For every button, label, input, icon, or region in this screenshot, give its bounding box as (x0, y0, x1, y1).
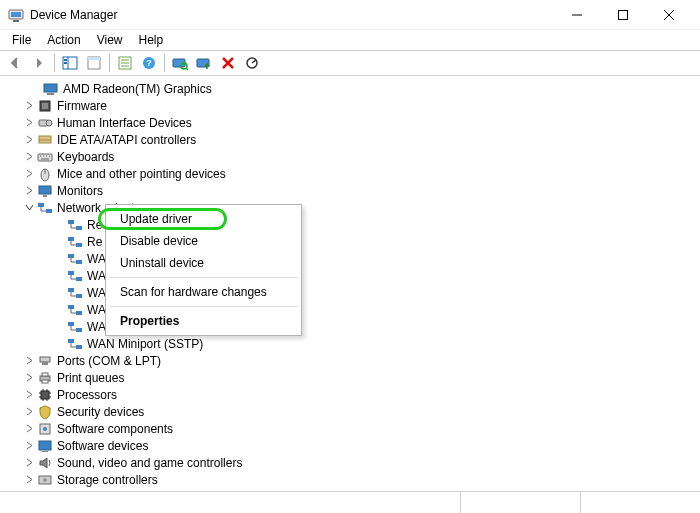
context-menu-disable-device[interactable]: Disable device (106, 230, 301, 252)
security-icon (37, 404, 53, 420)
tree-item-amd-graphics[interactable]: AMD Radeon(TM) Graphics (4, 80, 700, 97)
sound-icon (37, 455, 53, 471)
properties-button[interactable] (83, 52, 105, 74)
hid-icon (37, 115, 53, 131)
svg-rect-48 (68, 237, 74, 241)
chevron-right-icon[interactable] (22, 439, 36, 453)
help-button[interactable]: ? (138, 52, 160, 74)
menu-action[interactable]: Action (39, 31, 88, 49)
svg-rect-66 (42, 380, 48, 383)
tree-item-security-devices[interactable]: Security devices (4, 403, 700, 420)
printer-icon (37, 370, 53, 386)
tree-item-sound[interactable]: Sound, video and game controllers (4, 454, 700, 471)
forward-button[interactable] (28, 52, 50, 74)
scan-hardware-button[interactable] (169, 52, 191, 74)
tree-item-software-devices[interactable]: Software devices (4, 437, 700, 454)
chevron-right-icon[interactable] (22, 456, 36, 470)
tree-item-firmware[interactable]: Firmware (4, 97, 700, 114)
chevron-right-icon[interactable] (22, 184, 36, 198)
maximize-button[interactable] (600, 0, 646, 30)
tree-label: Security devices (57, 405, 144, 419)
tree-label: Re (87, 218, 102, 232)
network-adapter-icon (67, 285, 83, 301)
svg-rect-29 (42, 103, 48, 109)
window-title: Device Manager (30, 8, 117, 22)
context-menu-separator (110, 277, 297, 278)
context-menu-properties[interactable]: Properties (106, 310, 301, 332)
svg-rect-1 (11, 12, 21, 17)
show-hide-button[interactable] (59, 52, 81, 74)
svg-rect-65 (42, 373, 48, 376)
tree-item-mice[interactable]: Mice and other pointing devices (4, 165, 700, 182)
minimize-button[interactable] (554, 0, 600, 30)
update-driver-button[interactable] (193, 52, 215, 74)
port-icon (37, 353, 53, 369)
tree-label: WA (87, 252, 106, 266)
network-icon (37, 200, 53, 216)
chevron-right-icon[interactable] (22, 99, 36, 113)
svg-rect-46 (68, 220, 74, 224)
chevron-right-icon[interactable] (22, 133, 36, 147)
chevron-right-icon[interactable] (22, 473, 36, 487)
svg-point-77 (43, 427, 47, 431)
tree-label: Software devices (57, 439, 148, 453)
tree-item-monitors[interactable]: Monitors (4, 182, 700, 199)
software-component-icon (37, 421, 53, 437)
tree-label: Keyboards (57, 150, 114, 164)
svg-rect-67 (41, 391, 49, 399)
chevron-down-icon[interactable] (22, 201, 36, 215)
tree-label: WA (87, 269, 106, 283)
menu-file[interactable]: File (4, 31, 39, 49)
svg-rect-34 (38, 154, 52, 161)
display-adapter-icon (43, 81, 59, 97)
context-menu-scan-hardware[interactable]: Scan for hardware changes (106, 281, 301, 303)
network-adapter-icon (67, 336, 83, 352)
back-button[interactable] (4, 52, 26, 74)
tree-item-keyboards[interactable]: Keyboards (4, 148, 700, 165)
tree-item-net-sstp[interactable]: WAN Miniport (SSTP) (4, 335, 700, 352)
enable-disable-button[interactable] (241, 52, 263, 74)
menu-view[interactable]: View (89, 31, 131, 49)
chevron-right-icon[interactable] (22, 371, 36, 385)
context-menu-uninstall-device[interactable]: Uninstall device (106, 252, 301, 274)
svg-rect-49 (76, 243, 82, 247)
tree-label: WAN Miniport (SSTP) (87, 337, 203, 351)
uninstall-button[interactable] (217, 52, 239, 74)
tree-label: Print queues (57, 371, 124, 385)
close-button[interactable] (646, 0, 692, 30)
svg-rect-55 (76, 294, 82, 298)
action-button-1[interactable] (114, 52, 136, 74)
context-menu-update-driver[interactable]: Update driver (106, 208, 301, 230)
menu-help[interactable]: Help (131, 31, 172, 49)
tree-item-processors[interactable]: Processors (4, 386, 700, 403)
svg-rect-57 (76, 311, 82, 315)
app-icon (8, 7, 24, 23)
svg-rect-26 (44, 84, 57, 92)
network-adapter-icon (67, 268, 83, 284)
tree-item-ide[interactable]: IDE ATA/ATAPI controllers (4, 131, 700, 148)
cpu-icon (37, 387, 53, 403)
context-menu-separator (110, 306, 297, 307)
chevron-right-icon[interactable] (22, 116, 36, 130)
chevron-right-icon[interactable] (22, 150, 36, 164)
tree-label: Software components (57, 422, 173, 436)
tree-item-storage-controllers[interactable]: Storage controllers (4, 471, 700, 488)
svg-rect-79 (42, 451, 48, 452)
tree-label: WA (87, 303, 106, 317)
svg-rect-59 (76, 328, 82, 332)
tree-label: Mice and other pointing devices (57, 167, 226, 181)
svg-rect-54 (68, 288, 74, 292)
tree-item-hid[interactable]: Human Interface Devices (4, 114, 700, 131)
chevron-right-icon[interactable] (22, 405, 36, 419)
chevron-right-icon[interactable] (22, 422, 36, 436)
monitor-icon (37, 183, 53, 199)
tree-item-software-components[interactable]: Software components (4, 420, 700, 437)
firmware-icon (37, 98, 53, 114)
chevron-right-icon[interactable] (22, 388, 36, 402)
chevron-right-icon[interactable] (22, 167, 36, 181)
chevron-right-icon[interactable] (22, 354, 36, 368)
tree-item-print-queues[interactable]: Print queues (4, 369, 700, 386)
tree-item-ports[interactable]: Ports (COM & LPT) (4, 352, 700, 369)
svg-rect-9 (64, 59, 67, 61)
svg-rect-63 (42, 362, 48, 365)
